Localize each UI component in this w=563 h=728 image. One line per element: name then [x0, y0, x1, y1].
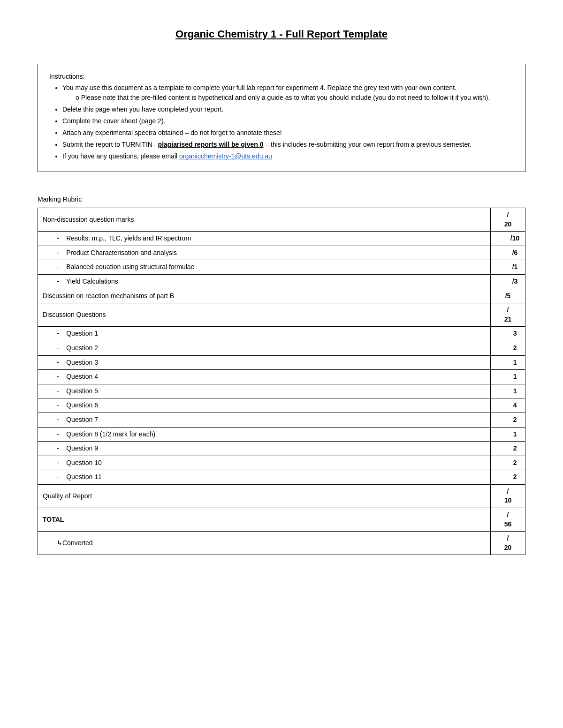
- table-row: - Question 1 3: [38, 327, 525, 341]
- row-score-converted: / 20: [491, 532, 525, 555]
- row-label: - Question 6: [38, 398, 491, 413]
- table-row: - Question 5 1: [38, 384, 525, 398]
- row-label: - Product Characterisation and analysis: [38, 246, 491, 260]
- row-label-converted: ↳Converted: [38, 532, 491, 555]
- list-item: If you have any questions, please email …: [62, 151, 514, 161]
- row-score: 2: [491, 341, 525, 355]
- sub-list-item: Please note that the pre-filled content …: [76, 93, 514, 103]
- row-score: /10: [491, 232, 525, 246]
- instructions-list: You may use this document as a template …: [49, 83, 514, 161]
- list-item: Delete this page when you have completed…: [62, 105, 514, 114]
- row-score: 2: [491, 413, 525, 427]
- row-score-total: / 56: [491, 508, 525, 532]
- row-label: - Question 9: [38, 442, 491, 456]
- row-score: / 21: [491, 303, 525, 327]
- instructions-box: Instructions: You may use this document …: [38, 64, 525, 172]
- table-row: Non-discussion question marks / 20: [38, 208, 525, 232]
- table-row-converted: ↳Converted / 20: [38, 532, 525, 555]
- table-row: - Question 4 1: [38, 370, 525, 384]
- row-label: Non-discussion question marks: [38, 208, 491, 232]
- row-label: - Results: m.p., TLC, yields and IR spec…: [38, 232, 491, 246]
- table-row: - Question 9 2: [38, 442, 525, 456]
- table-row: Discussion Questions / 21: [38, 303, 525, 327]
- rubric-table: Non-discussion question marks / 20 - Res…: [38, 208, 525, 555]
- row-score: /6: [491, 246, 525, 260]
- row-score: 2: [491, 470, 525, 485]
- row-label: Discussion on reaction mechanisms of par…: [38, 289, 491, 303]
- table-row: - Question 2 2: [38, 341, 525, 355]
- row-score: 1: [491, 355, 525, 370]
- row-score: /5: [491, 289, 525, 303]
- row-label: - Question 11: [38, 470, 491, 485]
- row-score: /3: [491, 274, 525, 289]
- table-row: - Question 6 4: [38, 398, 525, 413]
- row-score: / 20: [491, 208, 525, 232]
- row-score: 4: [491, 398, 525, 413]
- marking-rubric-title: Marking Rubric: [38, 195, 525, 203]
- table-row: - Product Characterisation and analysis …: [38, 246, 525, 260]
- table-row: - Question 8 (1/2 mark for each) 1: [38, 427, 525, 442]
- table-row: - Question 3 1: [38, 355, 525, 370]
- table-row: - Results: m.p., TLC, yields and IR spec…: [38, 232, 525, 246]
- list-item: Submit the report to TURNITIN– plagiaris…: [62, 140, 514, 150]
- email-link[interactable]: organicchemistry-1@uts.edu.au: [179, 152, 272, 160]
- row-score: 2: [491, 456, 525, 470]
- row-label: - Question 5: [38, 384, 491, 398]
- table-row: Discussion on reaction mechanisms of par…: [38, 289, 525, 303]
- sub-list: Please note that the pre-filled content …: [62, 93, 514, 103]
- table-row: - Balanced equation using structural for…: [38, 260, 525, 275]
- instructions-label: Instructions:: [49, 73, 514, 80]
- row-label: - Question 7: [38, 413, 491, 427]
- list-item: You may use this document as a template …: [62, 83, 514, 103]
- table-row: Quality of Report / 10: [38, 484, 525, 508]
- page-title: Organic Chemistry 1 - Full Report Templa…: [38, 28, 525, 40]
- row-label: - Question 8 (1/2 mark for each): [38, 427, 491, 442]
- row-score: 1: [491, 427, 525, 442]
- row-score: /1: [491, 260, 525, 275]
- row-score: 1: [491, 370, 525, 384]
- row-label: Quality of Report: [38, 484, 491, 508]
- table-row: - Question 11 2: [38, 470, 525, 485]
- row-label: - Balanced equation using structural for…: [38, 260, 491, 275]
- row-label: - Question 4: [38, 370, 491, 384]
- row-score: 3: [491, 327, 525, 341]
- row-label: - Question 1: [38, 327, 491, 341]
- row-score: 1: [491, 384, 525, 398]
- row-label: - Question 10: [38, 456, 491, 470]
- list-item: Complete the cover sheet (page 2).: [62, 116, 514, 126]
- row-label: Discussion Questions: [38, 303, 491, 327]
- table-row: - Yield Calculations /3: [38, 274, 525, 289]
- table-row: - Question 10 2: [38, 456, 525, 470]
- row-score: / 10: [491, 484, 525, 508]
- table-row: - Question 7 2: [38, 413, 525, 427]
- list-item: Attach any experimental spectra obtained…: [62, 128, 514, 138]
- row-label: - Question 2: [38, 341, 491, 355]
- table-row-total: TOTAL / 56: [38, 508, 525, 532]
- row-label-total: TOTAL: [38, 508, 491, 532]
- row-label: - Question 3: [38, 355, 491, 370]
- row-score: 2: [491, 442, 525, 456]
- row-label: - Yield Calculations: [38, 274, 491, 289]
